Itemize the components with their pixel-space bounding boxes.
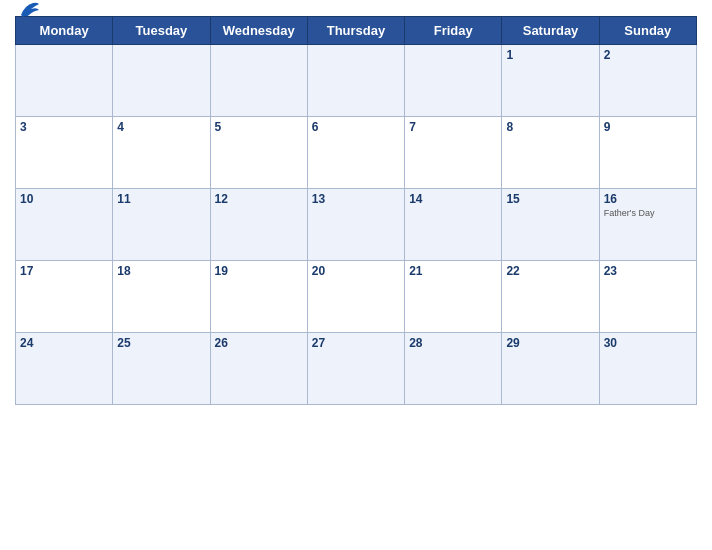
day-number: 27 — [312, 336, 400, 350]
calendar-cell: 5 — [210, 117, 307, 189]
calendar-week-1: 12 — [16, 45, 697, 117]
calendar-cell: 29 — [502, 333, 599, 405]
day-number: 1 — [506, 48, 594, 62]
weekday-header-sunday: Sunday — [599, 17, 696, 45]
calendar-cell: 17 — [16, 261, 113, 333]
weekday-header-friday: Friday — [405, 17, 502, 45]
calendar-cell: 10 — [16, 189, 113, 261]
calendar-cell: 23 — [599, 261, 696, 333]
calendar-cell: 20 — [307, 261, 404, 333]
calendar-cell: 3 — [16, 117, 113, 189]
day-number: 23 — [604, 264, 692, 278]
calendar-cell: 9 — [599, 117, 696, 189]
day-number: 14 — [409, 192, 497, 206]
day-number: 19 — [215, 264, 303, 278]
weekday-header-saturday: Saturday — [502, 17, 599, 45]
weekday-header-row: MondayTuesdayWednesdayThursdayFridaySatu… — [16, 17, 697, 45]
day-number: 5 — [215, 120, 303, 134]
logo — [15, 1, 41, 19]
calendar-cell: 18 — [113, 261, 210, 333]
calendar-cell: 30 — [599, 333, 696, 405]
day-number: 2 — [604, 48, 692, 62]
day-number: 25 — [117, 336, 205, 350]
day-number: 16 — [604, 192, 692, 206]
calendar-cell: 24 — [16, 333, 113, 405]
day-number: 28 — [409, 336, 497, 350]
calendar-cell: 12 — [210, 189, 307, 261]
weekday-header-wednesday: Wednesday — [210, 17, 307, 45]
calendar-week-4: 17181920212223 — [16, 261, 697, 333]
weekday-header-tuesday: Tuesday — [113, 17, 210, 45]
calendar-cell: 1 — [502, 45, 599, 117]
calendar-cell: 25 — [113, 333, 210, 405]
calendar-cell — [210, 45, 307, 117]
calendar-cell — [405, 45, 502, 117]
day-number: 8 — [506, 120, 594, 134]
day-number: 12 — [215, 192, 303, 206]
calendar-cell: 8 — [502, 117, 599, 189]
calendar-cell: 16Father's Day — [599, 189, 696, 261]
calendar-cell: 26 — [210, 333, 307, 405]
calendar-week-2: 3456789 — [16, 117, 697, 189]
weekday-header-thursday: Thursday — [307, 17, 404, 45]
day-number: 18 — [117, 264, 205, 278]
calendar-cell: 15 — [502, 189, 599, 261]
calendar-table: MondayTuesdayWednesdayThursdayFridaySatu… — [15, 16, 697, 405]
day-number: 13 — [312, 192, 400, 206]
calendar-week-5: 24252627282930 — [16, 333, 697, 405]
day-number: 22 — [506, 264, 594, 278]
calendar-cell: 27 — [307, 333, 404, 405]
day-number: 3 — [20, 120, 108, 134]
logo-bird-icon — [19, 1, 41, 19]
calendar-cell: 22 — [502, 261, 599, 333]
calendar-cell — [307, 45, 404, 117]
day-number: 10 — [20, 192, 108, 206]
calendar-cell: 14 — [405, 189, 502, 261]
day-number: 11 — [117, 192, 205, 206]
day-number: 17 — [20, 264, 108, 278]
weekday-header-monday: Monday — [16, 17, 113, 45]
calendar-cell: 11 — [113, 189, 210, 261]
calendar-cell: 21 — [405, 261, 502, 333]
calendar-cell: 4 — [113, 117, 210, 189]
holiday-label: Father's Day — [604, 208, 692, 218]
day-number: 24 — [20, 336, 108, 350]
day-number: 9 — [604, 120, 692, 134]
calendar-cell: 2 — [599, 45, 696, 117]
day-number: 30 — [604, 336, 692, 350]
day-number: 29 — [506, 336, 594, 350]
day-number: 21 — [409, 264, 497, 278]
calendar-cell: 7 — [405, 117, 502, 189]
calendar-cell — [16, 45, 113, 117]
day-number: 20 — [312, 264, 400, 278]
day-number: 7 — [409, 120, 497, 134]
calendar-week-3: 10111213141516Father's Day — [16, 189, 697, 261]
calendar-cell — [113, 45, 210, 117]
calendar-cell: 19 — [210, 261, 307, 333]
day-number: 15 — [506, 192, 594, 206]
calendar-cell: 13 — [307, 189, 404, 261]
day-number: 6 — [312, 120, 400, 134]
calendar-cell: 28 — [405, 333, 502, 405]
day-number: 26 — [215, 336, 303, 350]
calendar-cell: 6 — [307, 117, 404, 189]
day-number: 4 — [117, 120, 205, 134]
